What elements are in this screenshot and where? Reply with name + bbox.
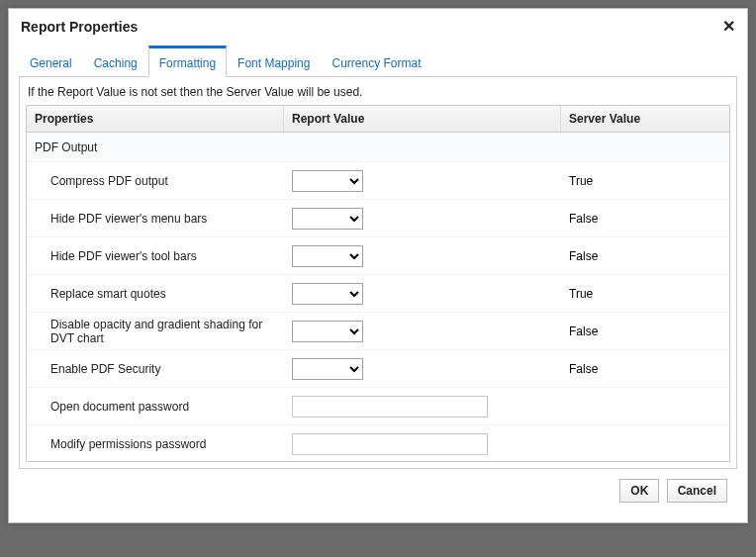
cancel-button[interactable]: Cancel [667, 479, 727, 503]
server-value: False [561, 356, 729, 382]
properties-grid: Properties Report Value Server Value PDF… [26, 105, 730, 462]
property-label: Hide PDF viewer's menu bars [27, 208, 284, 230]
tab-general[interactable]: General [19, 46, 83, 77]
column-header-report-value: Report Value [284, 106, 561, 132]
report-value-select[interactable] [292, 170, 363, 192]
tab-content-formatting: If the Report Value is not set then the … [19, 77, 737, 469]
tab-formatting[interactable]: Formatting [148, 46, 227, 77]
property-label: Compress PDF output [27, 170, 284, 192]
property-label: Enable PDF Security [27, 358, 284, 380]
report-properties-dialog: Report Properties ✕ General Caching Form… [8, 8, 748, 523]
table-row: Compress PDF output True [27, 162, 729, 200]
property-label: Hide PDF viewer's tool bars [27, 245, 284, 267]
dialog-body: General Caching Formatting Font Mapping … [9, 40, 747, 522]
group-label: PDF Output [27, 135, 284, 160]
server-value [561, 438, 729, 450]
grid-header: Properties Report Value Server Value [27, 106, 729, 133]
report-value-select[interactable] [292, 245, 363, 267]
server-value: False [561, 319, 729, 344]
property-label: Replace smart quotes [27, 283, 284, 305]
column-header-server-value: Server Value [561, 106, 729, 132]
report-value-input[interactable] [292, 396, 488, 418]
report-value-select[interactable] [292, 321, 363, 342]
table-row: Open document password [27, 388, 729, 425]
report-value-select[interactable] [292, 358, 363, 380]
report-value-select[interactable] [292, 208, 363, 230]
server-value: True [561, 168, 729, 194]
dialog-title: Report Properties [21, 19, 138, 35]
table-row: Hide PDF viewer's tool bars False [27, 237, 729, 275]
server-value: False [561, 206, 729, 232]
tab-currency-format[interactable]: Currency Format [321, 46, 431, 77]
column-header-properties: Properties [27, 106, 284, 132]
group-row-pdf-output: PDF Output [27, 133, 729, 162]
table-row: Hide PDF viewer's menu bars False [27, 200, 729, 237]
report-value-select[interactable] [292, 283, 363, 305]
dialog-footer: OK Cancel [19, 469, 737, 512]
tab-font-mapping[interactable]: Font Mapping [227, 46, 321, 77]
close-icon[interactable]: ✕ [722, 17, 735, 36]
grid-body[interactable]: PDF Output Compress PDF output True [27, 133, 729, 461]
tab-caching[interactable]: Caching [83, 46, 148, 77]
hint-text: If the Report Value is not set then the … [28, 85, 730, 99]
tab-bar: General Caching Formatting Font Mapping … [19, 46, 737, 77]
server-value: True [561, 281, 729, 307]
report-value-input[interactable] [292, 433, 488, 455]
property-label: Modify permissions password [27, 433, 284, 455]
property-label: Open document password [27, 396, 284, 418]
table-row: Enable PDF Security False [27, 350, 729, 388]
table-row: Modify permissions password [27, 425, 729, 461]
table-row: Replace smart quotes True [27, 275, 729, 313]
table-row: Disable opacity and gradient shading for… [27, 313, 729, 350]
property-label: Disable opacity and gradient shading for… [27, 314, 284, 349]
title-bar: Report Properties ✕ [9, 9, 747, 40]
ok-button[interactable]: OK [619, 479, 659, 503]
server-value: False [561, 243, 729, 269]
server-value [561, 401, 729, 413]
